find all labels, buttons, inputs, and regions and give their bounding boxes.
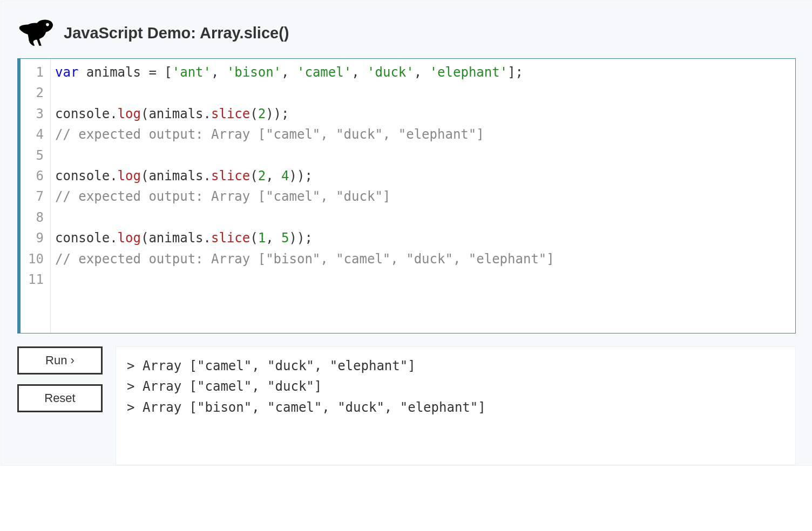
code-line[interactable]: console.log(animals.slice(1, 5)); [55,228,791,248]
console-line: Array ["camel", "duck", "elephant"] [127,356,784,376]
line-number: 2 [21,83,47,103]
line-number: 5 [21,145,47,166]
code-area[interactable]: var animals = ['ant', 'bison', 'camel', … [51,59,795,333]
code-line[interactable]: // expected output: Array ["camel", "duc… [55,124,791,145]
line-number: 6 [21,166,47,186]
line-number: 11 [21,269,47,290]
console-line: Array ["camel", "duck"] [127,376,784,397]
line-number: 7 [21,186,47,207]
line-number: 4 [21,124,47,145]
header: JavaScript Demo: Array.slice() [17,17,796,49]
dino-logo-icon [17,17,55,49]
code-line[interactable] [55,207,791,228]
console-output: Array ["camel", "duck", "elephant"]Array… [116,346,796,465]
line-number: 3 [21,104,47,124]
code-line[interactable]: console.log(animals.slice(2)); [55,104,791,124]
code-editor[interactable]: 1234567891011 var animals = ['ant', 'bis… [17,58,796,333]
line-number: 9 [21,228,47,248]
button-group: Run › Reset [17,346,103,412]
line-number: 1 [21,62,47,83]
console-line: Array ["bison", "camel", "duck", "elepha… [127,397,784,418]
code-line[interactable] [55,83,791,103]
line-number: 8 [21,207,47,228]
demo-container: JavaScript Demo: Array.slice() 123456789… [1,1,812,466]
code-line[interactable] [55,145,791,166]
line-number: 10 [21,249,47,269]
code-line[interactable]: // expected output: Array ["camel", "duc… [55,186,791,207]
reset-button[interactable]: Reset [17,384,103,412]
bottom-panel: Run › Reset Array ["camel", "duck", "ele… [17,346,796,465]
code-line[interactable]: console.log(animals.slice(2, 4)); [55,166,791,186]
code-line[interactable] [55,269,791,290]
run-button[interactable]: Run › [17,346,103,375]
line-gutter: 1234567891011 [21,59,51,333]
code-line[interactable]: // expected output: Array ["bison", "cam… [55,249,791,269]
code-line[interactable]: var animals = ['ant', 'bison', 'camel', … [55,62,791,83]
demo-title: JavaScript Demo: Array.slice() [64,24,289,42]
